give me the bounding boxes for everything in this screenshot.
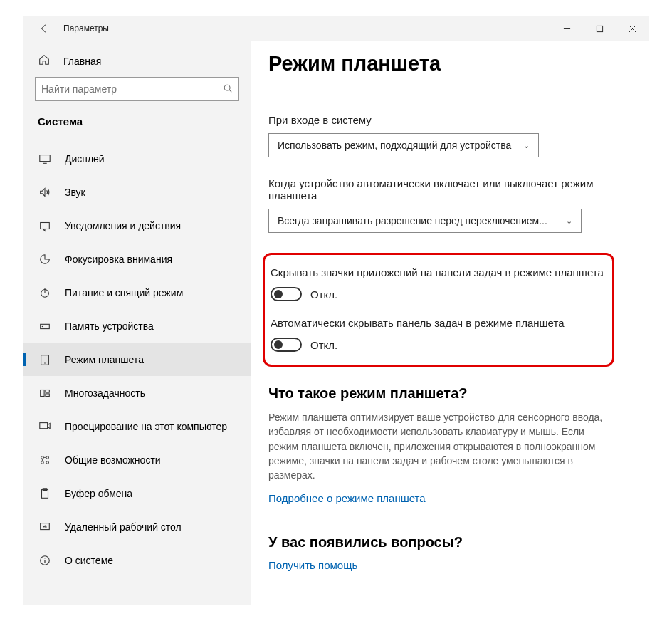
- clipboard-icon: [38, 486, 52, 501]
- power-icon: [38, 286, 52, 300]
- svg-point-20: [46, 456, 49, 459]
- svg-rect-18: [40, 422, 48, 428]
- toggle-hide-icons-label: Скрывать значки приложений на панели зад…: [271, 266, 604, 278]
- dropdown-autoswitch-value: Всегда запрашивать разрешение перед пере…: [278, 215, 560, 226]
- home-icon: [38, 53, 53, 68]
- page-title: Режим планшета: [253, 52, 627, 75]
- storage-icon: [38, 319, 52, 333]
- display-icon: [38, 152, 52, 166]
- window-controls: [550, 16, 649, 41]
- about-heading: Что такое режим планшета?: [253, 385, 627, 402]
- svg-point-22: [46, 461, 49, 464]
- sidebar-item-shared[interactable]: Общие возможности: [23, 443, 251, 476]
- sidebar-item-label: О системе: [65, 555, 113, 566]
- toggle-hide-taskbar-switch[interactable]: [271, 338, 302, 352]
- tablet-icon: [38, 353, 52, 367]
- sidebar-item-about[interactable]: О системе: [23, 543, 251, 577]
- toggle-hide-icons: Скрывать значки приложений на панели зад…: [271, 266, 604, 301]
- settings-window: Параметры Главная: [23, 16, 649, 605]
- search-row: [23, 77, 251, 111]
- svg-point-21: [41, 461, 44, 464]
- svg-rect-16: [46, 390, 49, 392]
- sidebar-item-remote[interactable]: Удаленный рабочий стол: [23, 510, 251, 543]
- sidebar-item-label: Многозадачность: [65, 387, 145, 399]
- sidebar-item-multitask[interactable]: Многозадачность: [23, 376, 251, 409]
- remote-icon: [38, 520, 52, 534]
- sidebar-item-label: Буфер обмена: [65, 488, 132, 499]
- sidebar-home[interactable]: Главная: [23, 48, 251, 77]
- sidebar-item-label: Питание и спящий режим: [65, 287, 183, 298]
- help-link[interactable]: Получить помощь: [253, 559, 627, 571]
- toggle-hide-icons-state: Откл.: [310, 288, 337, 301]
- svg-point-19: [41, 456, 44, 459]
- svg-point-12: [42, 325, 43, 326]
- sidebar-item-storage[interactable]: Память устройства: [23, 309, 251, 343]
- about-link[interactable]: Подробнее о режиме планшета: [253, 492, 627, 504]
- setting-signin-label: При входе в систему: [268, 114, 627, 126]
- dropdown-autoswitch[interactable]: Всегда запрашивать разрешение перед пере…: [268, 209, 582, 233]
- setting-signin: При входе в систему Использовать режим, …: [253, 114, 627, 157]
- svg-rect-15: [41, 390, 44, 396]
- help-heading: У вас появились вопросы?: [253, 534, 627, 550]
- svg-rect-25: [42, 489, 48, 498]
- chevron-down-icon: ⌄: [566, 216, 572, 226]
- sidebar-item-projecting[interactable]: Проецирование на этот компьютер: [23, 409, 251, 443]
- sidebar-category: Система: [23, 111, 251, 142]
- toggle-hide-icons-switch[interactable]: [271, 287, 302, 301]
- sidebar-item-label: Память устройства: [65, 320, 154, 332]
- focus-icon: [38, 252, 52, 266]
- sidebar-item-label: Общие возможности: [65, 454, 161, 466]
- chevron-down-icon: ⌄: [523, 141, 530, 150]
- shared-icon: [38, 453, 52, 467]
- sidebar-item-display[interactable]: Дисплей: [23, 142, 251, 175]
- minimize-button[interactable]: [550, 16, 583, 41]
- sidebar-item-clipboard[interactable]: Буфер обмена: [23, 476, 251, 510]
- sidebar-item-focus[interactable]: Фокусировка внимания: [23, 242, 251, 276]
- svg-point-4: [224, 85, 230, 90]
- sidebar-item-label: Удаленный рабочий стол: [65, 521, 182, 533]
- svg-line-5: [229, 90, 231, 92]
- sidebar-item-label: Дисплей: [65, 153, 105, 165]
- window-title: Параметры: [63, 24, 109, 33]
- window-body: Главная Система Дисплей Звук: [23, 41, 649, 605]
- dropdown-signin-value: Использовать режим, подходящий для устро…: [278, 140, 518, 151]
- close-button[interactable]: [616, 16, 649, 41]
- svg-point-30: [44, 558, 45, 558]
- highlight-box: Скрывать значки приложений на панели зад…: [263, 253, 614, 367]
- dropdown-signin[interactable]: Использовать режим, подходящий для устро…: [268, 133, 539, 157]
- search-box[interactable]: [35, 77, 239, 101]
- setting-autoswitch: Когда устройство автоматически включает …: [253, 177, 627, 233]
- back-button[interactable]: [33, 16, 55, 41]
- about-icon: [38, 553, 52, 568]
- main-panel: Режим планшета При входе в систему Испол…: [251, 41, 649, 605]
- svg-rect-1: [597, 26, 602, 31]
- toggle-hide-taskbar-state: Откл.: [310, 339, 337, 351]
- sidebar-item-label: Фокусировка внимания: [65, 254, 172, 265]
- sidebar-item-label: Проецирование на этот компьютер: [65, 421, 227, 432]
- toggle-hide-taskbar: Автоматически скрывать панель задач в ре…: [271, 317, 604, 352]
- sidebar-nav: Дисплей Звук Уведомления и действия Фоку…: [23, 142, 251, 577]
- search-icon: [223, 83, 233, 95]
- sound-icon: [38, 185, 52, 199]
- sidebar-item-power[interactable]: Питание и спящий режим: [23, 276, 251, 309]
- toggle-hide-taskbar-label: Автоматически скрывать панель задач в ре…: [271, 317, 604, 329]
- sidebar: Главная Система Дисплей Звук: [23, 41, 251, 605]
- notifications-icon: [38, 219, 52, 233]
- search-input[interactable]: [41, 83, 223, 95]
- svg-rect-17: [46, 393, 49, 396]
- projecting-icon: [38, 419, 52, 434]
- svg-point-14: [44, 362, 45, 363]
- titlebar: Параметры: [23, 16, 649, 41]
- svg-rect-8: [41, 222, 50, 229]
- about-description: Режим планшета оптимизирует ваше устройс…: [253, 410, 627, 482]
- sidebar-item-tablet[interactable]: Режим планшета: [23, 343, 251, 376]
- svg-rect-6: [40, 155, 50, 161]
- multitask-icon: [38, 386, 52, 400]
- sidebar-item-notifications[interactable]: Уведомления и действия: [23, 209, 251, 242]
- sidebar-item-sound[interactable]: Звук: [23, 175, 251, 209]
- maximize-button[interactable]: [583, 16, 616, 41]
- sidebar-item-label: Звук: [65, 187, 85, 198]
- sidebar-item-label: Уведомления и действия: [65, 220, 181, 231]
- sidebar-home-label: Главная: [63, 56, 101, 67]
- setting-autoswitch-label: Когда устройство автоматически включает …: [268, 177, 627, 202]
